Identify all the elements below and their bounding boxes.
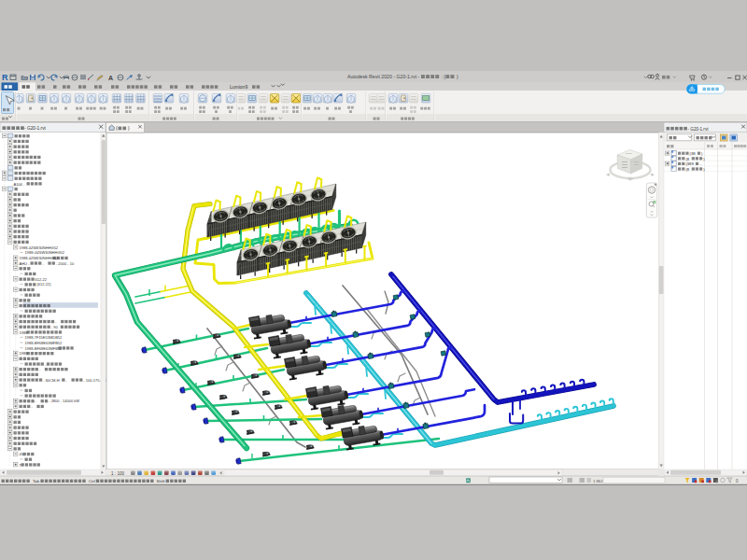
- svg-text:612-22: 612-22: [35, 277, 48, 282]
- svg-text:0: 0: [736, 479, 739, 483]
- svg-text:Shift: Shift: [157, 479, 166, 483]
- svg-text:- 2800 - 14000 kW: - 2800 - 14000 kW: [49, 399, 79, 403]
- svg-text:Ctrl: Ctrl: [89, 479, 95, 483]
- svg-text:- 90: - 90: [51, 325, 59, 329]
- svg-text:R: R: [2, 73, 8, 82]
- svg-text:1988-BF68E63MFB52: 1988-BF68E63MFB52: [25, 341, 63, 345]
- svg-text:(389: (389: [685, 161, 694, 166]
- svg-text:- G20-1.rvt: - G20-1.rvt: [688, 127, 710, 132]
- svg-text:- 60CM-H: - 60CM-H: [43, 378, 59, 383]
- svg-text:1:862: 1:862: [593, 479, 604, 483]
- svg-text:1988-GZ6W30NHHG52: 1988-GZ6W30NHHG52: [25, 250, 65, 255]
- svg-text:A104 -: A104 -: [14, 182, 25, 187]
- svg-text:A: A: [108, 75, 113, 81]
- svg-text:Autodesk Revit 2020 - G20-1.rv: Autodesk Revit 2020 - G20-1.rvt -: [347, 74, 420, 79]
- svg-text:(8: (8: [685, 157, 689, 161]
- svg-text:AHU -: AHU -: [20, 261, 31, 266]
- svg-text:: {: : {: [441, 74, 445, 79]
- svg-text:Tab: Tab: [33, 479, 40, 483]
- svg-text:1988-4Z6W30NHHG52: 1988-4Z6W30NHHG52: [20, 256, 59, 260]
- svg-text:1988-4Z6W30NHHG52: 1988-4Z6W30NHHG52: [20, 245, 59, 250]
- svg-text:...: ...: [699, 161, 703, 166]
- svg-text:1 : 100: 1 : 100: [111, 471, 124, 476]
- svg-text:(38: (38: [690, 151, 697, 156]
- svg-text:}: }: [457, 74, 458, 79]
- svg-text:- 2000 - 10: - 2000 - 10: [56, 261, 75, 266]
- svg-text:1988-7F15E53MDB52: 1988-7F15E53MDB52: [25, 335, 63, 340]
- svg-text:1988-BF68E63MFB52: 1988-BF68E63MFB52: [25, 346, 63, 351]
- svg-text:Lumion9: Lumion9: [230, 84, 247, 90]
- svg-text:- G20-1.rvt: - G20-1.rvt: [24, 126, 47, 131]
- svg-text:(8: (8: [685, 167, 689, 172]
- svg-text:(612-22): (612-22): [36, 282, 51, 287]
